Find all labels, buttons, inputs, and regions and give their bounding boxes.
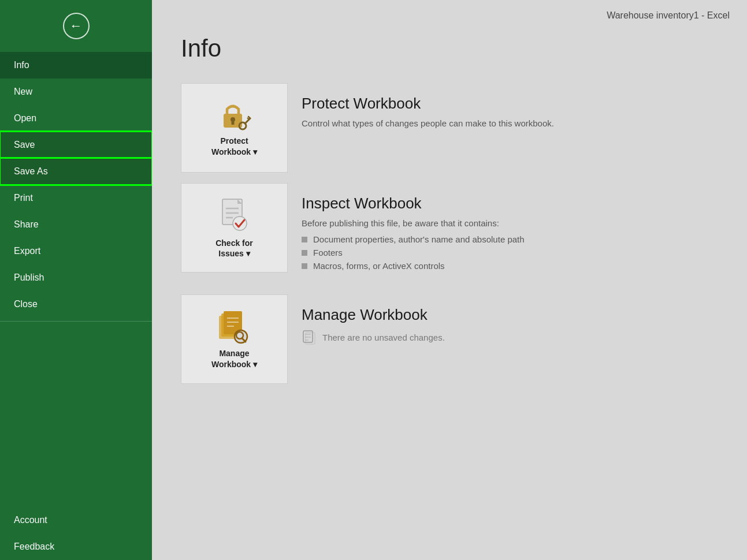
- inspect-icon: [218, 197, 251, 234]
- bullet-text-3: Macros, forms, or ActiveX controls: [313, 261, 445, 271]
- sidebar-item-new[interactable]: New: [0, 79, 152, 105]
- inspect-workbook-card: Check forIssues ▾ Inspect Workbook Befor…: [181, 183, 718, 284]
- svg-line-6: [247, 118, 249, 120]
- protect-workbook-button[interactable]: ProtectWorkbook ▾: [181, 83, 288, 173]
- bullet-text-1: Document properties, author's name and a…: [313, 234, 525, 244]
- doc-small-icon: [302, 330, 317, 345]
- back-arrow-icon: ←: [70, 18, 83, 33]
- no-changes-text: There are no unsaved changes.: [322, 333, 445, 342]
- sidebar-item-publish[interactable]: Publish: [0, 264, 152, 291]
- manage-workbook-details: Manage Workbook There are no unsaved cha…: [288, 294, 718, 356]
- title-bar: Warehouse inventory1 - Excel: [607, 10, 730, 21]
- no-unsaved-changes: There are no unsaved changes.: [302, 330, 704, 345]
- sidebar-item-info[interactable]: Info: [0, 52, 152, 79]
- protect-workbook-heading: Protect Workbook: [302, 95, 704, 113]
- bullet-footers: Footers: [302, 246, 704, 259]
- manage-icon: [217, 309, 252, 345]
- protect-workbook-details: Protect Workbook Control what types of c…: [288, 83, 718, 144]
- check-for-issues-button[interactable]: Check forIssues ▾: [181, 183, 288, 272]
- sidebar-item-share[interactable]: Share: [0, 211, 152, 238]
- manage-workbook-label: ManageWorkbook ▾: [211, 348, 257, 369]
- protect-workbook-label: ProtectWorkbook ▾: [211, 136, 257, 156]
- bullet-text-2: Footers: [313, 248, 343, 257]
- bullet-icon-3: [302, 263, 307, 269]
- lock-key-icon: [218, 99, 251, 132]
- svg-rect-2: [231, 121, 234, 125]
- manage-workbook-button[interactable]: ManageWorkbook ▾: [181, 294, 288, 384]
- sidebar-item-print[interactable]: Print: [0, 185, 152, 211]
- inspect-workbook-bullets: Document properties, author's name and a…: [302, 233, 704, 272]
- bullet-doc-properties: Document properties, author's name and a…: [302, 233, 704, 246]
- sidebar-divider: [0, 321, 152, 322]
- check-for-issues-label: Check forIssues ▾: [215, 238, 253, 259]
- sidebar-item-export[interactable]: Export: [0, 238, 152, 264]
- back-button[interactable]: ←: [0, 0, 152, 52]
- sidebar-item-close[interactable]: Close: [0, 291, 152, 318]
- manage-workbook-heading: Manage Workbook: [302, 306, 704, 324]
- sidebar-item-save-as[interactable]: Save As: [0, 158, 152, 185]
- protect-workbook-desc: Control what types of changes people can…: [302, 118, 704, 128]
- manage-workbook-card: ManageWorkbook ▾ Manage Workbook There a…: [181, 294, 718, 384]
- sidebar: ← Info New Open Save Save As Print Share: [0, 0, 152, 560]
- sidebar-item-save[interactable]: Save: [0, 132, 152, 158]
- bullet-icon-2: [302, 250, 307, 256]
- sidebar-item-open[interactable]: Open: [0, 105, 152, 132]
- sidebar-item-feedback[interactable]: Feedback: [0, 533, 152, 560]
- page-title: Info: [181, 35, 718, 62]
- bullet-icon-1: [302, 237, 307, 242]
- protect-workbook-card: ProtectWorkbook ▾ Protect Workbook Contr…: [181, 83, 718, 173]
- svg-line-5: [248, 117, 250, 118]
- inspect-workbook-details: Inspect Workbook Before publishing this …: [288, 183, 718, 284]
- inspect-workbook-heading: Inspect Workbook: [302, 195, 704, 212]
- main-content: Warehouse inventory1 - Excel Info Pr: [152, 0, 747, 560]
- back-circle-icon: ←: [63, 13, 90, 39]
- sidebar-nav: Info New Open Save Save As Print Share E…: [0, 52, 152, 560]
- bullet-macros: Macros, forms, or ActiveX controls: [302, 259, 704, 272]
- sidebar-item-account[interactable]: Account: [0, 507, 152, 533]
- inspect-workbook-desc: Before publishing this file, be aware th…: [302, 218, 704, 228]
